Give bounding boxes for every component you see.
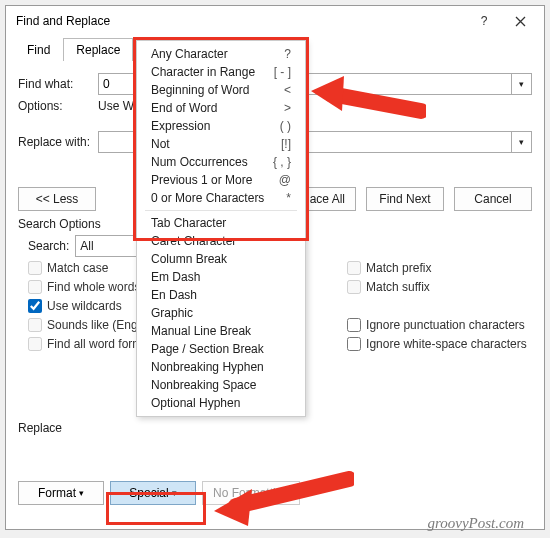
replace-section-header: Replace	[18, 421, 532, 435]
special-menu-item[interactable]: Column Break	[137, 250, 305, 268]
dialog-title: Find and Replace	[16, 14, 466, 28]
replace-with-label: Replace with:	[18, 135, 98, 149]
match-suffix-checkbox[interactable]: Match suffix	[347, 280, 527, 294]
find-replace-dialog: Find and Replace ? Find Replace Find wha…	[5, 5, 545, 530]
special-menu-item[interactable]: En Dash	[137, 286, 305, 304]
search-direction-value: All	[80, 239, 93, 253]
special-menu-item[interactable]: Beginning of Word<	[137, 81, 305, 99]
find-what-dropdown[interactable]: ▾	[512, 73, 532, 95]
special-menu-item[interactable]: Character in Range[ - ]	[137, 63, 305, 81]
search-direction-label: Search:	[28, 239, 69, 253]
special-menu-item[interactable]: Not[!]	[137, 135, 305, 153]
tab-replace[interactable]: Replace	[63, 38, 133, 61]
special-menu: Any Character?Character in Range[ - ]Beg…	[136, 40, 306, 417]
special-menu-item[interactable]: Page / Section Break	[137, 340, 305, 358]
cancel-button[interactable]: Cancel	[454, 187, 532, 211]
title-bar: Find and Replace ?	[6, 6, 544, 36]
special-menu-item[interactable]: Previous 1 or More@	[137, 171, 305, 189]
special-menu-item[interactable]: 0 or More Characters*	[137, 189, 305, 207]
less-button[interactable]: << Less	[18, 187, 96, 211]
special-menu-item[interactable]: End of Word>	[137, 99, 305, 117]
options-label: Options:	[18, 99, 98, 113]
special-menu-item[interactable]: Nonbreaking Space	[137, 376, 305, 394]
special-menu-item[interactable]: Any Character?	[137, 45, 305, 63]
special-menu-item[interactable]: Tab Character	[137, 214, 305, 232]
help-button[interactable]: ?	[466, 7, 502, 35]
replace-with-dropdown[interactable]: ▾	[512, 131, 532, 153]
match-prefix-checkbox[interactable]: Match prefix	[347, 261, 527, 275]
find-next-button[interactable]: Find Next	[366, 187, 444, 211]
special-menu-item[interactable]: Expression( )	[137, 117, 305, 135]
tab-find[interactable]: Find	[14, 38, 63, 61]
special-menu-item[interactable]: Nonbreaking Hyphen	[137, 358, 305, 376]
special-menu-item[interactable]: Manual Line Break	[137, 322, 305, 340]
format-button[interactable]: Format▾	[18, 481, 104, 505]
find-what-label: Find what:	[18, 77, 98, 91]
no-formatting-button[interactable]: No Formatting	[202, 481, 300, 505]
special-menu-item[interactable]: Graphic	[137, 304, 305, 322]
special-menu-item[interactable]: Num Occurrences{ , }	[137, 153, 305, 171]
special-menu-item[interactable]: Optional Hyphen	[137, 394, 305, 412]
special-menu-item[interactable]: Caret Character	[137, 232, 305, 250]
special-menu-item[interactable]: Em Dash	[137, 268, 305, 286]
close-button[interactable]	[502, 7, 538, 35]
ignore-whitespace-checkbox[interactable]: Ignore white-space characters	[347, 337, 527, 351]
watermark: groovyPost.com	[427, 515, 524, 532]
special-button[interactable]: Special▾	[110, 481, 196, 505]
ignore-punctuation-checkbox[interactable]: Ignore punctuation characters	[347, 318, 527, 332]
